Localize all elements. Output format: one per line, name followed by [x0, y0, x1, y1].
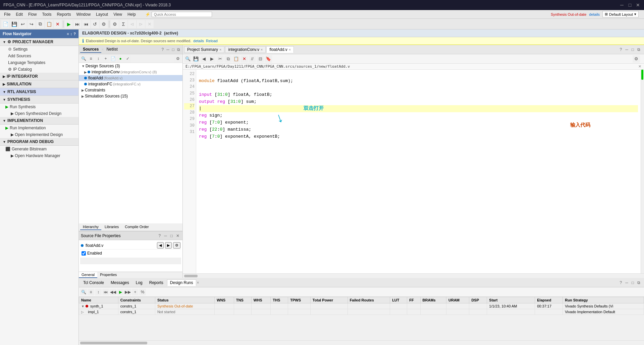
editor-uncomment-button[interactable]: ⊟	[257, 55, 264, 63]
messages-tab[interactable]: Messages	[108, 279, 132, 286]
editor-help-icon[interactable]: ?	[619, 47, 623, 52]
bottom-float-icon[interactable]: ⧉	[636, 280, 641, 285]
dr-search-button[interactable]: 🔍	[80, 289, 87, 295]
sfp-forward-button[interactable]: ▶	[165, 242, 172, 249]
new-file-button[interactable]: 📄	[1, 20, 9, 28]
menu-window[interactable]: Window	[73, 11, 93, 17]
run-button[interactable]: ▶	[65, 20, 73, 28]
minimize-button[interactable]: ─	[619, 2, 625, 8]
floatadd-tab[interactable]: floatAdd.v ×	[266, 46, 294, 53]
editor-bookmark-button[interactable]: 🔖	[265, 55, 272, 63]
paste-button[interactable]: 📋	[45, 20, 53, 28]
prev-button[interactable]: ⏮	[82, 20, 90, 28]
redo-button[interactable]: ↪	[28, 20, 36, 28]
save-button[interactable]: 💾	[10, 20, 18, 28]
code-editor[interactable]: 22 23 24 25 26 27 28 29 30 31 module flo…	[183, 70, 644, 273]
editor-forward-button[interactable]: ▶	[208, 55, 216, 63]
synthesis-details-link[interactable]: details	[589, 12, 600, 16]
dr-run-button[interactable]: ▶	[117, 289, 124, 295]
sources-tab[interactable]: Sources	[80, 46, 101, 53]
nav-header-program-debug[interactable]: ▼ PROGRAM AND DEBUG	[0, 138, 78, 146]
sources-file-button[interactable]: 📄	[110, 55, 116, 62]
reset-button[interactable]: ↺	[91, 20, 99, 28]
bottom-restore-icon[interactable]: □	[631, 280, 635, 285]
libraries-tab[interactable]: Libraries	[102, 224, 121, 230]
editor-delete-button[interactable]: ✕	[240, 55, 248, 63]
tree-item-integrationconv[interactable]: ▶ integrationConv (integrationConv.v) (8…	[79, 69, 182, 75]
editor-settings-button2[interactable]: ⚙	[633, 55, 640, 63]
stop-button[interactable]: ⚙	[100, 20, 108, 28]
dr-expand-button[interactable]: ↕	[95, 289, 102, 295]
log-tab[interactable]: Log	[133, 279, 146, 286]
editor-copy-button[interactable]: ⧉	[224, 55, 232, 63]
reload-link[interactable]: Reload	[206, 39, 218, 43]
compile-order-tab[interactable]: Compile Order	[122, 224, 152, 230]
table-row-impl1[interactable]: ▷ impl_1 constrs_1 Not started	[79, 309, 644, 315]
generate-bitstream-item[interactable]: ⬛ Generate Bitstream	[0, 146, 78, 152]
pm-add-sources-item[interactable]: Add Sources	[0, 53, 78, 59]
simulation-sources-group[interactable]: ▶ Simulation Sources (15)	[79, 93, 182, 99]
editor-paste-button[interactable]: 📋	[232, 55, 240, 63]
tree-item-integrationfc[interactable]: integrationFC (integrationFC.v)	[79, 81, 182, 87]
dr-collapse-button[interactable]: ≡	[88, 289, 94, 295]
open-implemented-item[interactable]: ▶ Open Implemented Design	[0, 131, 78, 138]
dr-percent-button[interactable]: %	[139, 289, 146, 295]
sfp-close-icon[interactable]: ✕	[175, 233, 180, 238]
copy-button[interactable]: ⧉	[36, 20, 44, 28]
sources-search-button[interactable]: 🔍	[80, 55, 87, 62]
sfp-general-tab[interactable]: General	[79, 272, 97, 278]
code-content[interactable]: module floatAdd (floatA,floatB,sum); inp…	[196, 70, 641, 273]
nav-header-synthesis[interactable]: ▼ SYNTHESIS	[0, 96, 78, 104]
menu-tools[interactable]: Tools	[39, 11, 54, 17]
sources-dot-button[interactable]: ●	[117, 55, 124, 62]
dr-add-button[interactable]: +	[132, 289, 139, 295]
menu-layout[interactable]: Layout	[93, 11, 111, 17]
sources-restore-icon[interactable]: □	[171, 47, 175, 52]
design-runs-close-icon[interactable]: ×	[197, 280, 199, 285]
hierarchy-tab[interactable]: Hierarchy	[80, 224, 101, 230]
project-summary-tab[interactable]: Project Summary ×	[184, 46, 224, 53]
editor-back-button[interactable]: ◀	[200, 55, 208, 63]
sources-expand-button[interactable]: ↕	[95, 55, 102, 62]
menu-view[interactable]: View	[111, 11, 125, 17]
nav-header-simulation[interactable]: ▶ SIMULATION	[0, 80, 78, 88]
menu-help[interactable]: Help	[125, 11, 139, 17]
sources-float-icon[interactable]: ⧉	[176, 47, 181, 52]
sigma-button[interactable]: Σ	[119, 20, 127, 28]
design-runs-tab[interactable]: Design Runs	[167, 279, 196, 286]
netlist-tab[interactable]: Netlist	[104, 46, 120, 53]
project-summary-tab-close[interactable]: ×	[219, 48, 221, 52]
sfp-back-button[interactable]: ◀	[157, 242, 164, 249]
sfp-restore-icon[interactable]: □	[169, 233, 174, 238]
editor-min-icon[interactable]: ─	[624, 47, 629, 52]
reports-tab[interactable]: Reports	[146, 279, 166, 286]
sources-settings-button[interactable]: ⚙	[174, 55, 181, 62]
sfp-min-icon[interactable]: ─	[163, 233, 168, 238]
open-synthesized-item[interactable]: ▶ Open Synthesized Design	[0, 110, 78, 117]
sfp-enabled-checkbox[interactable]	[82, 251, 86, 256]
settings-button[interactable]: ⚙	[111, 20, 119, 28]
run-implementation-item[interactable]: ▶ Run Implementation	[0, 125, 78, 131]
design-sources-group[interactable]: ▼ Design Sources (3)	[79, 63, 182, 69]
sfp-help-icon[interactable]: ?	[158, 233, 162, 238]
dr-first-button[interactable]: ⏮	[102, 289, 109, 295]
pm-lang-templates-item[interactable]: Language Templates	[0, 59, 78, 66]
sources-check-button[interactable]: ✓	[124, 55, 131, 62]
integrationconv-tab-close[interactable]: ×	[261, 48, 263, 52]
file-path-close-icon[interactable]: ✕	[638, 64, 641, 69]
sfp-properties-tab[interactable]: Properties	[97, 272, 119, 278]
menu-reports[interactable]: Reports	[54, 11, 73, 17]
nav-header-implementation[interactable]: ▼ IMPLEMENTATION	[0, 117, 78, 125]
table-row-synth1[interactable]: ▼ synth_1 constrs_1 Synthesis Out-of-dat…	[79, 303, 644, 309]
warning-details-link[interactable]: details	[193, 39, 204, 43]
editor-comment-button[interactable]: //	[249, 55, 256, 63]
flow-nav-help-icon[interactable]: ?	[73, 32, 76, 36]
bottom-hscroll[interactable]	[79, 340, 644, 345]
sources-minimize-icon[interactable]: ─	[165, 47, 170, 52]
undo-button[interactable]: ↩	[19, 20, 27, 28]
quick-access-input[interactable]	[152, 12, 212, 17]
editor-search-button[interactable]: 🔍	[184, 55, 192, 63]
dr-forward-button[interactable]: ▶▶	[124, 289, 131, 295]
run-synthesis-item[interactable]: ▶ Run Synthesis	[0, 104, 78, 110]
editor-restore-icon[interactable]: □	[631, 47, 635, 52]
